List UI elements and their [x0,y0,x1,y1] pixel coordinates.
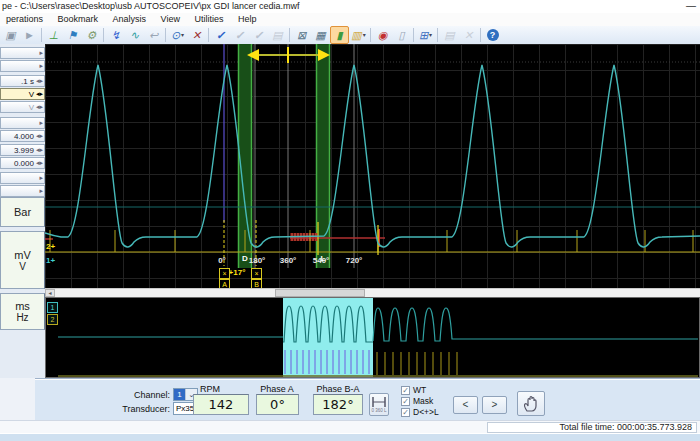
menu-analysis[interactable]: Analysis [113,14,147,24]
copy-icon[interactable]: ▣ [1,26,20,44]
sidebar-row-expand-1[interactable]: ▸ [0,47,45,59]
spin-icons[interactable]: ◂▸ [36,103,43,111]
phase-ba-value: 182° [313,394,363,415]
expand-arrow-icon[interactable]: ▸ [39,174,43,182]
sidebar-row-expand-5[interactable]: ▸ [0,185,45,197]
help-icon[interactable]: ? [483,26,502,44]
unit-row-dim[interactable]: V◂▸ [0,101,45,113]
toolbar-separator [370,28,371,42]
channel1-badge[interactable]: 1+ [46,256,55,265]
unit-button-ms-hz[interactable]: msHz [0,293,45,330]
scroll-thumb[interactable] [275,289,365,297]
plumb-icon[interactable]: ⊥ [44,26,63,44]
dropdown-arrow-icon[interactable]: ▾ [429,27,432,43]
expand-arrow-icon[interactable]: ▸ [39,119,43,127]
impulse-icon[interactable]: ↯ [106,26,125,44]
channel2-badge[interactable]: 2+ [46,242,55,251]
band-l-label: L [321,254,326,263]
unit-button-bar[interactable]: Bar [0,197,45,227]
grid-view-icon[interactable]: ⊠ [292,26,311,44]
clear-disabled-icon: ✕ [459,26,478,44]
dropdown-arrow-icon[interactable]: ▾ [363,27,366,43]
checkbox-check-icon: ✓ [401,397,410,406]
spin-icons[interactable]: ◂▸ [36,146,43,154]
channel1-trace [45,65,700,247]
apply-check-icon[interactable]: ✓ [211,26,230,44]
menu-utilities[interactable]: Utilities [194,14,223,24]
pan-hand-button[interactable] [517,391,545,416]
table-view-icon[interactable]: ⊞▾ [416,26,435,44]
scroll-left-button[interactable]: ◂ [45,289,55,297]
checkbox-dl-label: D<+>L [413,407,439,417]
scale-max-value: 4.000 [14,132,34,141]
menu-bookmark[interactable]: Bookmark [58,14,99,24]
time-div-row[interactable]: .1 s◂▸ [0,75,45,87]
menu-operations[interactable]: perations [6,14,43,24]
main-waveform-plot[interactable]: 2+ 1+ 0° 180° 360° 540° 720° +17° D L × … [45,44,700,288]
settings-icon[interactable]: ⚙ [82,26,101,44]
unit-button-mv[interactable]: mVV [0,231,45,289]
checkbox-mask-label: Mask [413,396,433,406]
zoom-icon[interactable]: ⊙▾ [168,26,187,44]
scale-mid-row[interactable]: 3.999◂▸ [0,144,45,156]
trash-icon[interactable]: ▯ [392,26,411,44]
marker-a[interactable]: × A [219,268,229,290]
phase-ba-label: Phase B-A [316,384,359,394]
unit-row-active[interactable]: V◂▸ [0,88,45,100]
expand-arrow-icon[interactable]: ▸ [39,49,43,57]
scale-min-row[interactable]: 0.000◂▸ [0,157,45,169]
plot-hscrollbar[interactable]: ◂ [45,288,700,297]
left-settings-sidebar: ▸ ▸ .1 s◂▸ V◂▸ V◂▸ ▸ 4.000◂▸ 3.999◂▸ 0.0… [0,44,45,378]
overview-panel[interactable] [58,297,700,378]
degree-scale-icon: 0 360 L [370,394,388,414]
main-waveform-graphics [45,44,700,288]
expand-arrow-icon[interactable]: ▸ [39,187,43,195]
folder-open-icon[interactable]: ▥▾ [349,26,368,44]
next-cycle-button[interactable]: > [482,396,507,414]
checkbox-check-icon: ✓ [401,408,410,417]
spin-icons[interactable]: ◂▸ [36,159,43,167]
minimize-button[interactable]: — [686,0,696,11]
checkbox-check-icon: ✓ [401,386,410,395]
check-3-icon[interactable]: ✓ [249,26,268,44]
unit-value: V [29,90,34,99]
spin-icons[interactable]: ◂▸ [36,132,43,140]
hand-icon [521,394,541,414]
checkbox-dl[interactable]: ✓ D<+>L [401,407,439,417]
overview-ch2-badge[interactable]: 2 [47,314,58,325]
checkbox-wt[interactable]: ✓ WT [401,385,426,395]
expand-arrow-icon[interactable]: ▸ [39,62,43,70]
sidebar-row-expand-2[interactable]: ▸ [0,60,45,72]
window-title: pe - C:\Users\rasec\Desktop\usb AUTOSCOP… [2,1,299,11]
dropdown-arrow-icon[interactable]: ▾ [181,27,184,43]
spin-icons[interactable]: ◂▸ [36,90,43,98]
waveform-icon[interactable]: ∿ [125,26,144,44]
degree-label-360: 360° [280,256,297,265]
transducer-label: Transducer: [95,404,170,414]
toolbar-separator [480,28,481,42]
prev-cycle-button[interactable]: < [453,396,478,414]
undo-icon[interactable]: ↩ [144,26,163,44]
pointer-icon[interactable]: ► [20,26,39,44]
phase-a-label: Phase A [260,384,294,394]
scale-min-value: 0.000 [14,159,34,168]
scale-max-row[interactable]: 4.000◂▸ [0,130,45,142]
gauge-flag-icon[interactable]: ⚑ [63,26,82,44]
overview-ch1-badge[interactable]: 1 [47,302,58,313]
panels-view-icon[interactable]: ▦ [311,26,330,44]
marker-b[interactable]: × B [251,268,261,290]
spin-icons[interactable]: ◂▸ [36,77,43,85]
degree-scale-button[interactable]: 0 360 L [369,393,389,416]
check-2-icon[interactable]: ✓ [230,26,249,44]
cursor-icon[interactable]: ✕ [187,26,206,44]
record-icon[interactable]: ◉ [373,26,392,44]
bars-active-icon[interactable]: ▮ [330,26,349,44]
sidebar-row-expand-4[interactable]: ▸ [0,172,45,184]
sidebar-row-expand-3[interactable]: ▸ [0,117,45,129]
report-disabled-icon: ▤ [268,26,287,44]
menu-help[interactable]: Help [238,14,257,24]
menu-view[interactable]: View [161,14,180,24]
toolbar-separator [289,28,290,42]
checkbox-mask[interactable]: ✓ Mask [401,396,433,406]
rpm-value: 142 [193,394,249,415]
